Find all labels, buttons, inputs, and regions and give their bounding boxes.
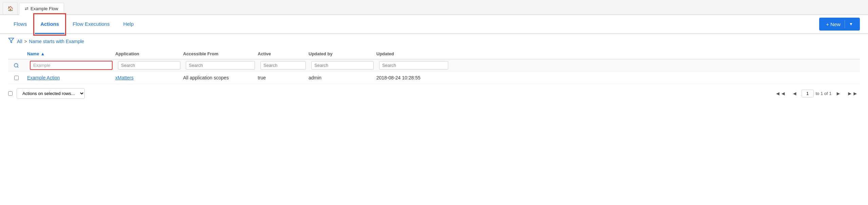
flow-tab-icon: ⇄ (25, 6, 28, 11)
row-active-cell: true (255, 75, 306, 80)
filter-detail: Name starts with Example (29, 39, 84, 44)
table-container: Name ▲ Application Accessible From Activ… (0, 49, 868, 84)
col-application: Application (113, 51, 180, 56)
table-header: Name ▲ Application Accessible From Activ… (8, 49, 860, 59)
active-search-cell (255, 61, 306, 70)
updated-by-search-cell (306, 61, 374, 70)
search-icon-cell (8, 63, 24, 68)
nav-flow-executions[interactable]: Flow Executions (67, 15, 115, 34)
button-divider (845, 20, 845, 28)
sort-icon: ▲ (40, 51, 45, 56)
svg-point-1 (14, 63, 18, 67)
page-info: to 1 of 1 (816, 91, 832, 96)
new-button-label: + New (826, 21, 841, 27)
nav-actions[interactable]: Actions (35, 15, 64, 34)
nav-bar: Flows Actions Flow Executions Help + New… (0, 15, 868, 34)
flow-tab-label: Example Flow (31, 6, 58, 11)
filter-separator: > (24, 39, 27, 44)
row-updated-cell: 2018-08-24 10:28:55 (374, 75, 448, 80)
application-search-input[interactable] (118, 61, 180, 70)
col-active: Active (255, 51, 306, 56)
active-search-input[interactable] (260, 61, 306, 70)
accessible-from-search-cell (180, 61, 255, 70)
name-search-input[interactable] (30, 61, 113, 70)
search-row (8, 59, 860, 72)
home-tab[interactable]: 🏠 (3, 2, 18, 14)
row-application-link[interactable]: xMatters (115, 75, 134, 80)
updated-search-input[interactable] (379, 61, 448, 70)
row-name-cell: Example Action (24, 75, 113, 80)
new-button-dropdown-arrow: ▼ (849, 22, 853, 26)
page-number-input[interactable] (802, 90, 814, 97)
new-button[interactable]: + New ▼ (819, 18, 860, 31)
nav-links: Flows Actions Flow Executions Help (8, 15, 819, 33)
updated-by-search-input[interactable] (311, 61, 374, 70)
col-accessible-from: Accessible From (180, 51, 255, 56)
filter-bar: All > Name starts with Example (0, 34, 868, 49)
updated-search-cell (374, 61, 448, 70)
accessible-from-search-input[interactable] (186, 61, 255, 70)
filter-all[interactable]: All > Name starts with Example (17, 39, 84, 44)
nav-flows[interactable]: Flows (8, 15, 32, 34)
col-name[interactable]: Name ▲ (24, 51, 113, 56)
col-updated: Updated (374, 51, 448, 56)
pagination: ◄◄ ◄ to 1 of 1 ► ►► (773, 90, 860, 97)
row-checkbox-cell (8, 76, 24, 80)
row-application-cell: xMatters (113, 75, 180, 80)
table-footer: Actions on selected rows... ◄◄ ◄ to 1 of… (0, 84, 868, 103)
svg-marker-0 (9, 38, 14, 43)
first-page-button[interactable]: ◄◄ (773, 90, 788, 97)
footer-select-all-checkbox[interactable] (8, 91, 13, 96)
row-checkbox[interactable] (14, 76, 19, 80)
nav-help[interactable]: Help (118, 15, 139, 34)
actions-on-selected-select[interactable]: Actions on selected rows... (17, 88, 85, 99)
filter-all-link[interactable]: All (17, 39, 22, 44)
tab-bar: 🏠 ⇄ Example Flow (0, 0, 868, 15)
name-search-cell (24, 61, 113, 70)
row-updated-by-cell: admin (306, 75, 374, 80)
col-updated-by: Updated by (306, 51, 374, 56)
table-row: Example Action xMatters All application … (8, 72, 860, 84)
row-accessible-from-cell: All application scopes (180, 75, 255, 80)
next-page-button[interactable]: ► (833, 90, 843, 97)
svg-line-2 (17, 67, 18, 68)
example-flow-tab[interactable]: ⇄ Example Flow (19, 3, 64, 15)
col-name-label: Name (27, 51, 39, 56)
filter-icon (8, 37, 14, 45)
last-page-button[interactable]: ►► (845, 90, 860, 97)
prev-page-button[interactable]: ◄ (790, 90, 800, 97)
row-name-link[interactable]: Example Action (27, 75, 60, 80)
application-search-cell (113, 61, 180, 70)
home-icon: 🏠 (7, 6, 13, 11)
